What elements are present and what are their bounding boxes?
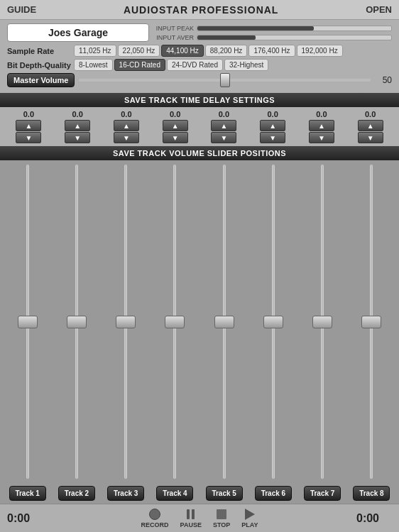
delay-up-7[interactable]: ▲: [309, 120, 334, 131]
pause-control[interactable]: PAUSE: [180, 508, 202, 528]
delay-spinner-7: ▲ ▼: [309, 120, 334, 143]
fader-handle-2[interactable]: [67, 316, 87, 328]
sample-rate-options: 11,025 Hz 22,050 Hz 44,100 Hz 88,200 Hz …: [74, 45, 343, 57]
delay-down-8[interactable]: ▼: [358, 132, 383, 143]
sample-rate-44100[interactable]: 44,100 Hz: [161, 45, 204, 57]
fader-handle-3[interactable]: [116, 316, 136, 328]
delay-col-6: 0.0 ▲ ▼: [260, 110, 285, 143]
bit-24-dvd[interactable]: 24-DVD Rated: [167, 59, 223, 71]
fader-track-6[interactable]: [272, 165, 275, 479]
fader-track-3[interactable]: [124, 165, 127, 479]
pause-label: PAUSE: [180, 521, 202, 528]
track-button-5[interactable]: Track 5: [206, 486, 243, 501]
volume-section: [0, 160, 399, 483]
delay-down-2[interactable]: ▼: [65, 132, 90, 143]
delay-up-8[interactable]: ▲: [358, 120, 383, 131]
delay-up-3[interactable]: ▲: [114, 120, 139, 131]
delay-up-1[interactable]: ▲: [16, 120, 41, 131]
track-button-1[interactable]: Track 1: [9, 486, 46, 501]
pause-bar-left: [187, 509, 190, 519]
app-title: AUDIOSTAR PROFESSIONAL: [124, 4, 279, 16]
fader-track-5[interactable]: [223, 165, 226, 479]
fader-track-7[interactable]: [321, 165, 324, 479]
delay-col-3: 0.0 ▲ ▼: [114, 110, 139, 143]
delay-down-3[interactable]: ▼: [114, 132, 139, 143]
master-volume-slider[interactable]: [79, 79, 371, 82]
input-peak-bar-bg: [197, 26, 392, 31]
input-aver-label: INPUT AVER: [155, 34, 194, 41]
fader-col-1: [3, 165, 52, 479]
save-time-delay-header[interactable]: SAVE TRACK TIME DELAY SETTINGS: [0, 93, 399, 107]
track-button-4[interactable]: Track 4: [156, 486, 193, 501]
delay-value-1: 0.0: [23, 110, 34, 118]
track-button-2[interactable]: Track 2: [58, 486, 95, 501]
fader-handle-8[interactable]: [361, 316, 381, 328]
stop-control[interactable]: STOP: [213, 508, 230, 528]
main-content: INPUT PEAK INPUT AVER Sample Rate 11,025…: [0, 20, 399, 532]
input-peak-row: INPUT PEAK: [155, 25, 392, 32]
track-button-6[interactable]: Track 6: [255, 486, 292, 501]
delay-down-7[interactable]: ▼: [309, 132, 334, 143]
sample-rate-row: Sample Rate 11,025 Hz 22,050 Hz 44,100 H…: [7, 45, 392, 57]
play-control[interactable]: PLAY: [241, 508, 258, 528]
transport-time-right: 0:00: [356, 512, 392, 525]
top-controls: INPUT PEAK INPUT AVER Sample Rate 11,025…: [0, 20, 399, 93]
fader-handle-1[interactable]: [18, 316, 38, 328]
delay-spinner-3: ▲ ▼: [114, 120, 139, 143]
delay-value-3: 0.0: [121, 110, 131, 118]
transport-controls: RECORD PAUSE STOP: [141, 508, 258, 528]
delay-value-6: 0.0: [267, 110, 278, 118]
delay-controls: 0.0 ▲ ▼ 0.0 ▲ ▼ 0.0 ▲ ▼: [4, 110, 395, 143]
delay-down-4[interactable]: ▼: [163, 132, 188, 143]
record-circle: [149, 509, 160, 520]
fader-col-7: [298, 165, 347, 479]
delay-down-1[interactable]: ▼: [16, 132, 41, 143]
peak-meters: INPUT PEAK INPUT AVER: [155, 25, 392, 41]
play-icon: [244, 508, 256, 521]
bit-depth-options: 8-Lowest 16-CD Rated 24-DVD Rated 32-Hig…: [74, 59, 268, 71]
sample-rate-192000[interactable]: 192,000 Hz: [297, 45, 343, 57]
track-button-3[interactable]: Track 3: [107, 486, 144, 501]
sample-rate-88200[interactable]: 88,200 Hz: [205, 45, 248, 57]
play-triangle: [245, 509, 255, 520]
delay-down-6[interactable]: ▼: [260, 132, 285, 143]
save-volume-header[interactable]: SAVE TRACK VOLUME SLIDER POSITIONS: [0, 146, 399, 160]
bit-32-highest[interactable]: 32-Highest: [224, 59, 268, 71]
project-name-input[interactable]: [7, 23, 149, 42]
fader-track-2[interactable]: [75, 165, 78, 479]
delay-col-1: 0.0 ▲ ▼: [16, 110, 41, 143]
track-button-8[interactable]: Track 8: [353, 486, 390, 501]
sample-rate-11025[interactable]: 11,025 Hz: [74, 45, 116, 57]
delay-value-2: 0.0: [72, 110, 82, 118]
fader-handle-6[interactable]: [263, 316, 283, 328]
fader-handle-7[interactable]: [312, 316, 332, 328]
delay-up-5[interactable]: ▲: [211, 120, 236, 131]
fader-col-5: [200, 165, 248, 479]
sample-rate-176400[interactable]: 176,400 Hz: [248, 45, 295, 57]
record-control[interactable]: RECORD: [141, 508, 169, 528]
delay-up-2[interactable]: ▲: [65, 120, 90, 131]
header: GUIDE AUDIOSTAR PROFESSIONAL OPEN: [0, 0, 399, 20]
delay-up-6[interactable]: ▲: [260, 120, 285, 131]
fader-handle-5[interactable]: [214, 316, 234, 328]
fader-col-3: [102, 165, 151, 479]
fader-track-1[interactable]: [26, 165, 29, 479]
delay-col-2: 0.0 ▲ ▼: [65, 110, 90, 143]
fader-track-4[interactable]: [173, 165, 176, 479]
fader-handle-4[interactable]: [165, 316, 185, 328]
delay-spinner-1: ▲ ▼: [16, 120, 41, 143]
guide-button[interactable]: GUIDE: [7, 4, 36, 15]
delay-up-4[interactable]: ▲: [163, 120, 188, 131]
bit-8-lowest[interactable]: 8-Lowest: [74, 59, 113, 71]
track-button-7[interactable]: Track 7: [304, 486, 341, 501]
delay-down-5[interactable]: ▼: [211, 132, 236, 143]
transport-time-left: 0:00: [7, 512, 43, 525]
open-button[interactable]: OPEN: [366, 4, 392, 15]
bit-depth-label: Bit Depth-Quality: [7, 61, 71, 70]
fader-track-8[interactable]: [370, 165, 373, 479]
bit-16-cd[interactable]: 16-CD Rated: [114, 59, 165, 71]
delay-value-4: 0.0: [170, 110, 180, 118]
master-volume-button[interactable]: Master Volume: [7, 73, 75, 87]
sample-rate-22050[interactable]: 22,050 Hz: [118, 45, 160, 57]
fader-col-8: [347, 165, 396, 479]
